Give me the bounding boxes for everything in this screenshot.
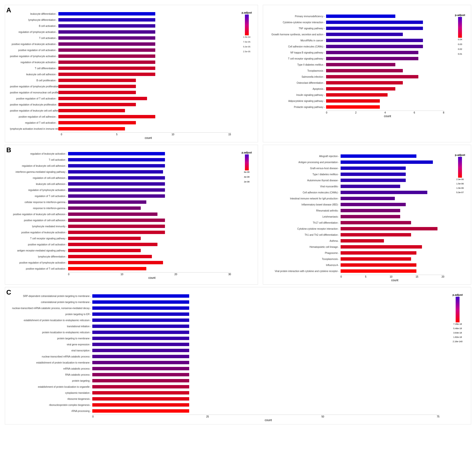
bar-row: establishment of protein localization to…: [10, 384, 444, 390]
bar-row: Cell adhesion molecules (CAMs) -: [268, 190, 449, 195]
bar: [58, 85, 136, 88]
bar-row: Inflammatory bowel disease (IBD) -: [268, 202, 449, 207]
legend-title-c: p.adjust: [452, 293, 463, 296]
bar: [58, 60, 155, 64]
bar-label: Cytokine-cytokine receptor interaction -: [268, 228, 341, 230]
bar: [341, 251, 417, 255]
bar-row: positive regulation of lymphocyte activa…: [10, 260, 236, 265]
bar-label: antigen receptor-mediated signaling path…: [10, 249, 68, 252]
bar: [341, 233, 411, 236]
bar: [68, 237, 141, 240]
bar: [326, 87, 395, 90]
bar: [341, 161, 433, 164]
x-label-c: count: [92, 418, 444, 422]
bar-label: Prolactin signaling pathway -: [268, 106, 326, 108]
bar-label: regulation of leukocyte activation -: [10, 153, 68, 155]
bar-row: T cell receptor signaling pathway -: [268, 56, 449, 61]
bar-row: establishment of protein localization to…: [10, 317, 444, 323]
bar-row: regulation of leukocyte cell-cell adhesi…: [10, 163, 236, 169]
bar-label: cytoplasmic translation -: [10, 392, 92, 394]
bar: [68, 206, 141, 210]
bar-label: positive regulation of lymphocyte prolif…: [10, 85, 58, 88]
bar: [58, 12, 155, 16]
legend-gradient-bl: [244, 154, 249, 171]
bar-row: leukocyte differentiation -: [10, 11, 236, 16]
bar-row: Antigen processing and presentation -: [268, 160, 449, 165]
bar-label: protein targeting to ER -: [10, 313, 92, 316]
bar: [341, 257, 411, 261]
bar-row: lymphocyte differentiation -: [10, 254, 236, 259]
bar: [92, 325, 189, 328]
bar-label: positive regulation of cell adhesion -: [10, 115, 58, 118]
bar: [68, 225, 165, 228]
legend-title-br: p.adjust: [455, 154, 465, 156]
bar: [68, 249, 141, 252]
bar-row: NF-kappa B signaling pathway -: [268, 50, 449, 55]
bar-label: Type II diabetes mellitus -: [268, 63, 326, 66]
bar: [326, 27, 423, 30]
bar-label: rRNA processing -: [10, 410, 92, 412]
svg-rect-3: [458, 157, 462, 178]
bar-row: TNF signaling pathway -: [268, 26, 449, 31]
legend-val3-bl: 2e-08: [244, 180, 250, 183]
bar-label: establishment of protein localization to…: [10, 386, 92, 388]
bar-row: response to interferon-gamma -: [10, 205, 236, 211]
x-ticks-b-right: 05101520: [341, 276, 444, 278]
bar-row: B cell activation -: [10, 23, 236, 29]
bar: [58, 73, 155, 76]
bar-row: leukocyte cell-cell adhesion -: [10, 181, 236, 187]
legend-val4-ar: 0.01: [458, 53, 462, 55]
bar: [326, 99, 380, 103]
legend-val2-al: 7.5e-05: [243, 41, 251, 43]
bar-row: Th1 and Th2 cell differentiation -: [268, 232, 449, 237]
bar-row: Apoptosis -: [268, 86, 449, 91]
bar-label: positive regulation of leukocyte prolife…: [10, 103, 58, 106]
x-label-a-left: count: [61, 136, 236, 140]
bar-row: positive regulation of cell adhesion -: [10, 114, 236, 119]
bar: [341, 269, 417, 273]
legend-b-right: p.adjust 2.0e-06 1.5e-06 1.0: [451, 154, 468, 282]
bar: [58, 109, 125, 112]
bar: [92, 367, 189, 370]
legend-gradient-br: [458, 156, 462, 178]
bar-label: leukocyte differentiation -: [10, 13, 58, 15]
bar-label: Rheumatoid arthritis -: [268, 209, 341, 212]
legend-title-a-left: p.adjust: [242, 11, 252, 14]
bar: [341, 154, 417, 158]
bar-label: Th17 cell differentiation -: [268, 221, 341, 224]
bar-label: Leishmaniasis -: [268, 215, 341, 218]
bar: [92, 409, 189, 413]
bar-row: Th17 cell differentiation -: [268, 220, 449, 225]
bar-row: protein localization to endoplasmic reti…: [10, 330, 444, 335]
bar-label: Osteoclast differentiation -: [268, 81, 326, 84]
bar: [341, 197, 395, 200]
bar: [326, 57, 418, 60]
bar: [341, 221, 411, 224]
legend-val2-br: 1.5e-06: [456, 182, 464, 185]
panel-a-left: A leukocyte differentiation -lymphocyte …: [5, 5, 258, 142]
bar-row: Adipocytokine signaling pathway -: [268, 98, 449, 104]
bar-label: B cell proliferation -: [10, 79, 58, 82]
bar-label: SRP-dependent cotranslational protein ta…: [10, 295, 92, 297]
bar-label: lymphocyte mediated immunity -: [10, 225, 68, 228]
bar: [68, 243, 158, 246]
bar-label: Cell adhesion molecules (CAMs) -: [268, 191, 341, 194]
bar: [326, 51, 418, 54]
bar-label: leukocyte cell-cell adhesion -: [10, 183, 68, 185]
bar-label: cotranslational protein targeting to mem…: [10, 301, 92, 303]
bar: [92, 385, 189, 389]
bar-label: positive regulation of lymphocyte activa…: [10, 261, 68, 264]
bar-row: Cytokine-cytokine receptor interaction -: [268, 226, 449, 231]
bar-row: regulation of T cell activation -: [10, 193, 236, 199]
section-a-row: A leukocyte differentiation -lymphocyte …: [5, 5, 471, 142]
bar-label: Allograft rejection -: [268, 155, 341, 158]
bar-row: MicroRNAs in cancer -: [268, 38, 449, 43]
bar-row: establishment of protein localization to…: [10, 360, 444, 365]
bar: [58, 127, 125, 130]
bar-label: T cell differentiation -: [10, 67, 58, 70]
legend-val3-ar: 0.02: [458, 48, 462, 50]
bar: [326, 81, 403, 84]
bar-label: protein targeting -: [10, 380, 92, 382]
bar-row: regulation of T cell activation -: [10, 120, 236, 125]
bar-row: positive regulation of T cell activation…: [10, 96, 236, 101]
